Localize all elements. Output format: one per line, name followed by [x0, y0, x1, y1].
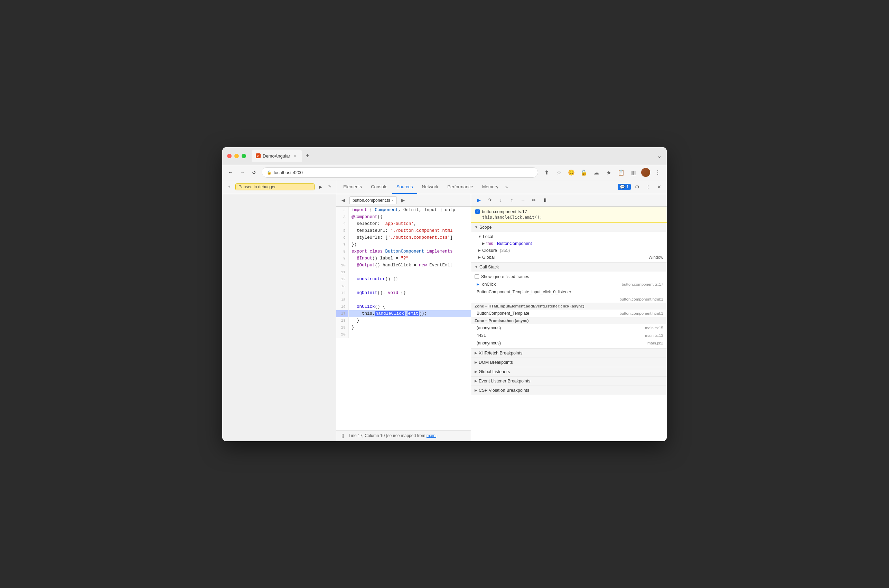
step-over-button[interactable]: ↷ — [326, 183, 333, 191]
onclick-arrow: ▶ — [477, 282, 479, 286]
browser-tab-demoangular[interactable]: A DemoAngular × — [252, 150, 302, 162]
call-stack-content: Show ignore-listed frames ▶ onClick butt… — [471, 272, 667, 348]
callstack-anonymous-2[interactable]: (anonymous) main.js:2 — [471, 339, 667, 347]
line-content-6: styleUrls: ['./button.component.css'] — [349, 234, 453, 241]
extension-icon[interactable]: 😊 — [566, 168, 576, 177]
pause-on-exceptions-button[interactable]: ⏸ — [540, 195, 550, 205]
line-number-13: 13 — [336, 283, 349, 290]
callstack-anonymous-1[interactable]: (anonymous) main.ts:15 — [471, 324, 667, 332]
global-listeners-header[interactable]: ▶ Global Listeners — [471, 367, 667, 376]
scope-global-label: Global — [482, 255, 495, 260]
forward-button[interactable]: → — [238, 168, 246, 177]
this-keyword: this — [486, 241, 493, 246]
anonymous-2-file-ref: main.js:2 — [647, 341, 663, 345]
dom-breakpoints-header[interactable]: ▶ DOM Breakpoints — [471, 358, 667, 367]
devtools-more-tabs[interactable]: » — [503, 184, 510, 190]
clipboard-icon[interactable]: 📋 — [616, 168, 626, 177]
line-content-8: export class ButtonComponent implements — [349, 248, 453, 255]
scope-global-header[interactable]: ▶ Global Window — [471, 254, 667, 261]
refresh-button[interactable]: ↺ — [250, 168, 258, 177]
line-content-3: @Component({ — [349, 213, 383, 220]
devtools-more-button[interactable]: ⋮ — [643, 182, 653, 192]
tab-sources[interactable]: Sources — [392, 180, 417, 194]
source-nav-format[interactable]: ▶ — [399, 196, 407, 204]
tab-network[interactable]: Network — [418, 180, 443, 194]
code-line-10: 10 @Output() handleClick = new EventEmit — [336, 262, 471, 269]
callstack-template-listener[interactable]: ButtonComponent_Template_input_click_0_l… — [471, 288, 667, 296]
line-number-7: 7 — [336, 241, 349, 248]
cloud-icon[interactable]: ☁ — [592, 168, 601, 177]
line-number-14: 14 — [336, 290, 349, 296]
new-tab-button[interactable]: + — [303, 151, 312, 160]
star-icon[interactable]: ★ — [604, 168, 614, 177]
csp-violation-breakpoints-header[interactable]: ▶ CSP Violation Breakpoints — [471, 386, 667, 395]
avatar[interactable] — [641, 168, 650, 177]
step-button[interactable]: → — [518, 195, 528, 205]
step-over-debug-button[interactable]: ↷ — [485, 195, 495, 205]
add-panel-button[interactable]: + — [225, 183, 233, 191]
devtools-header: Elements Console Sources Network Perform… — [336, 180, 667, 194]
format-icon[interactable]: {} — [340, 432, 346, 439]
devtools-close-button[interactable]: ✕ — [654, 182, 664, 192]
dom-breakpoints-label: DOM Breakpoints — [479, 360, 513, 365]
scope-closure-header[interactable]: ▶ Closure (355) — [471, 247, 667, 254]
async-zone-1-label: Zone – HTMLInputElement.addEventListener… — [475, 304, 584, 308]
callstack-button-template[interactable]: ButtonComponent_Template button.componen… — [471, 309, 667, 317]
csp-violation-breakpoints-section: ▶ CSP Violation Breakpoints — [471, 386, 667, 395]
side-panel-icon[interactable]: ▥ — [629, 168, 638, 177]
window-more-button[interactable]: ⌄ — [657, 152, 662, 160]
tab-elements[interactable]: Elements — [339, 180, 366, 194]
scope-local-label: Local — [483, 234, 493, 239]
ignored-frames-checkbox[interactable] — [475, 274, 479, 279]
source-nav-prev[interactable]: ◀ — [339, 196, 347, 204]
scope-local-header[interactable]: ▼ Local — [471, 233, 667, 240]
async-zone-2: Zone – Promise.then (async) — [471, 317, 667, 324]
maximize-traffic-light[interactable] — [242, 154, 246, 158]
bookmark-icon[interactable]: ☆ — [554, 168, 564, 177]
code-line-20: 20 — [336, 331, 471, 338]
onclick-file-ref: button.component.ts:17 — [622, 282, 663, 286]
minimize-traffic-light[interactable] — [234, 154, 239, 158]
address-input[interactable]: 🔒 localhost:4200 — [262, 167, 538, 178]
tab-memory[interactable]: Memory — [478, 180, 503, 194]
share-icon[interactable]: ⬆ — [542, 168, 551, 177]
extension2-icon[interactable]: 🔒 — [579, 168, 589, 177]
code-editor: 2 import { Component, OnInit, Input } ou… — [336, 207, 471, 430]
callstack-onclick[interactable]: ▶ onClick button.component.ts:17 — [471, 280, 667, 288]
step-out-button[interactable]: ↑ — [507, 195, 517, 205]
anonymous-1-name: (anonymous) — [477, 326, 501, 330]
page-panel: + Paused in debugger ▶ ↷ — [222, 180, 336, 441]
resume-execution-button[interactable]: ▶ — [474, 195, 484, 205]
item-4431-file-ref: main.ts:13 — [645, 333, 663, 338]
event-listener-breakpoints-label: Event Listener Breakpoints — [479, 379, 530, 384]
scope-header[interactable]: ▼ Scope — [471, 223, 667, 232]
callstack-template-listener-file[interactable]: button.component.html:1 — [471, 296, 667, 303]
file-tab-filename: button.component.ts — [353, 198, 390, 203]
line-number-3: 3 — [336, 213, 349, 220]
callstack-4431[interactable]: 4431 main.ts:13 — [471, 332, 667, 339]
back-button[interactable]: ← — [227, 168, 235, 177]
devtools-settings-button[interactable]: ⚙ — [632, 182, 642, 192]
breakpoint-checkbox[interactable]: ✓ — [475, 209, 480, 214]
scope-this-item[interactable]: ▶ this : ButtonComponent — [471, 240, 667, 247]
code-line-8: 8 export class ButtonComponent implement… — [336, 248, 471, 255]
close-traffic-light[interactable] — [227, 154, 231, 158]
source-map-link[interactable]: main.j — [426, 433, 438, 438]
xhr-breakpoints-header[interactable]: ▶ XHR/fetch Breakpoints — [471, 349, 667, 358]
event-listener-breakpoints-header[interactable]: ▶ Event Listener Breakpoints — [471, 376, 667, 386]
file-tab-button-component[interactable]: button.component.ts × — [350, 196, 397, 204]
async-zone-2-label: Zone – Promise.then (async) — [475, 318, 529, 322]
call-stack-header[interactable]: ▼ Call Stack — [471, 262, 667, 272]
resume-button[interactable]: ▶ — [317, 183, 324, 191]
button-template-name: ButtonComponent_Template — [477, 311, 529, 316]
step-into-button[interactable]: ↓ — [496, 195, 506, 205]
tab-console[interactable]: Console — [367, 180, 392, 194]
file-tab-close-button[interactable]: × — [392, 198, 394, 202]
tab-close-button[interactable]: × — [293, 153, 298, 159]
code-line-14: 14 ngOnInit(): void {} — [336, 290, 471, 296]
more-options-icon[interactable]: ⋮ — [653, 168, 662, 177]
devtools-message-badge[interactable]: 💬 1 — [618, 184, 631, 190]
status-bar: {} Line 17, Column 10 (source mapped fro… — [336, 430, 471, 441]
deactivate-breakpoints-button[interactable]: ✏ — [529, 195, 539, 205]
tab-performance[interactable]: Performance — [443, 180, 477, 194]
